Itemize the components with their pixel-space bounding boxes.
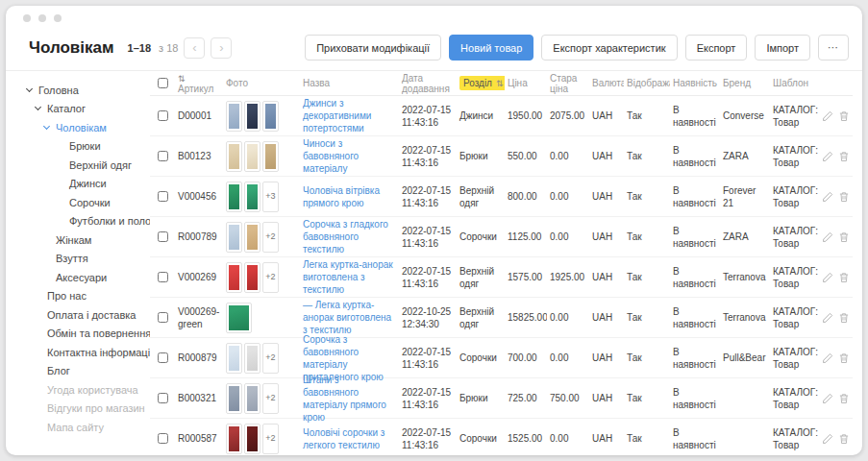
- delete-icon[interactable]: [838, 352, 850, 364]
- row-checkbox[interactable]: [158, 433, 168, 444]
- row-checkbox[interactable]: [158, 272, 168, 282]
- column-header-section[interactable]: Розділ ⇅: [457, 76, 505, 90]
- sidebar-item[interactable]: Угода користувача: [27, 380, 150, 400]
- export-characteristics-button[interactable]: Експорт характеристик: [541, 35, 677, 61]
- sidebar-item[interactable]: Футболки и поло: [27, 212, 150, 231]
- product-photo[interactable]: [244, 262, 260, 293]
- delete-icon[interactable]: [838, 151, 850, 162]
- delete-icon[interactable]: [838, 393, 850, 404]
- import-button[interactable]: Імпорт: [755, 35, 810, 61]
- product-photo[interactable]: [226, 303, 252, 333]
- product-photo[interactable]: [244, 182, 260, 212]
- row-checkbox[interactable]: [158, 151, 168, 161]
- row-checkbox[interactable]: [158, 191, 168, 202]
- sidebar-item[interactable]: Чоловікам: [27, 118, 150, 137]
- product-photo[interactable]: [226, 343, 242, 374]
- product-name-link[interactable]: Джинси з декоративними потертостями: [303, 98, 371, 133]
- product-photo[interactable]: [244, 101, 260, 132]
- product-photo[interactable]: [262, 141, 279, 172]
- window-control-icon[interactable]: [23, 14, 31, 22]
- edit-icon[interactable]: [822, 151, 833, 162]
- delete-icon[interactable]: [838, 433, 850, 445]
- row-checkbox[interactable]: [158, 110, 168, 121]
- more-photos-badge[interactable]: +2: [262, 424, 279, 454]
- column-header-availability[interactable]: Наявність: [670, 78, 720, 88]
- sidebar-item[interactable]: Мапа сайту: [27, 418, 150, 437]
- sidebar-item[interactable]: Аксесуари: [27, 268, 150, 287]
- product-name-link[interactable]: Сорочка з гладкого бавовняного текстилю: [303, 219, 388, 255]
- delete-icon[interactable]: [838, 231, 850, 243]
- delete-icon[interactable]: [838, 272, 850, 283]
- product-photo[interactable]: [244, 141, 260, 172]
- sidebar-item[interactable]: Контактна інформація: [27, 343, 150, 362]
- product-photo[interactable]: [244, 383, 260, 414]
- delete-icon[interactable]: [838, 312, 850, 324]
- product-photo[interactable]: [226, 141, 242, 172]
- column-header-date[interactable]: Дата додавання: [399, 73, 457, 94]
- sidebar-item[interactable]: Джинси: [27, 175, 150, 194]
- more-photos-badge[interactable]: +2: [262, 343, 279, 374]
- edit-icon[interactable]: [822, 272, 833, 283]
- delete-icon[interactable]: [838, 110, 850, 122]
- product-name-link[interactable]: Чоловіча вітрівка прямого крою: [303, 185, 380, 208]
- hide-modifications-button[interactable]: Приховати модифікації: [305, 35, 441, 61]
- sidebar-item[interactable]: Жінкам: [27, 230, 150, 250]
- product-photo[interactable]: [244, 343, 260, 374]
- more-photos-badge[interactable]: +3: [262, 182, 279, 212]
- product-photo[interactable]: [226, 424, 242, 454]
- sidebar-item[interactable]: Верхній одяг: [27, 156, 150, 175]
- new-product-button[interactable]: Новий товар: [449, 35, 533, 61]
- column-header-article[interactable]: ⇅ Артикул: [175, 73, 223, 94]
- product-photo[interactable]: [226, 222, 242, 253]
- edit-icon[interactable]: [822, 352, 833, 364]
- product-photo[interactable]: [226, 262, 242, 293]
- product-photo[interactable]: [244, 424, 260, 454]
- sidebar-item[interactable]: Каталог: [27, 100, 150, 119]
- product-name-link[interactable]: — Легка куртка-анорак виготовлена з текс…: [303, 300, 391, 335]
- export-button[interactable]: Експорт: [685, 35, 748, 61]
- row-checkbox[interactable]: [158, 312, 168, 323]
- product-photo[interactable]: [262, 101, 279, 132]
- row-checkbox[interactable]: [158, 393, 168, 403]
- sidebar-item[interactable]: Брюки: [27, 137, 150, 157]
- product-photo[interactable]: [226, 182, 242, 212]
- column-header-currency[interactable]: Валюта: [589, 78, 624, 88]
- sidebar-item[interactable]: Головна: [27, 81, 150, 100]
- edit-icon[interactable]: [822, 312, 833, 324]
- sidebar-item[interactable]: Відгуки про магазин: [27, 400, 150, 419]
- column-header-price[interactable]: Ціна: [505, 78, 547, 88]
- sidebar-item[interactable]: Сорочки: [27, 193, 150, 212]
- row-checkbox[interactable]: [158, 352, 168, 363]
- sidebar-item[interactable]: Взуття: [27, 250, 150, 269]
- row-checkbox[interactable]: [158, 231, 168, 242]
- edit-icon[interactable]: [822, 110, 833, 122]
- delete-icon[interactable]: [838, 191, 850, 203]
- product-name-link[interactable]: Чиноси з бавовняного матеріалу: [303, 138, 359, 174]
- more-actions-button[interactable]: ⋯: [818, 35, 849, 61]
- product-photo[interactable]: [226, 101, 242, 132]
- sidebar-item[interactable]: Блог: [27, 362, 150, 381]
- product-name-link[interactable]: Легка куртка-анорак виготовлена з тексти…: [303, 259, 393, 295]
- select-all-checkbox[interactable]: [158, 78, 168, 88]
- product-photo[interactable]: [244, 222, 260, 253]
- product-name-link[interactable]: Штани з бавовняного матеріалу прямого кр…: [303, 375, 386, 423]
- more-photos-badge[interactable]: +2: [262, 262, 279, 293]
- product-photo[interactable]: [226, 383, 242, 414]
- sidebar-item[interactable]: Про нас: [27, 287, 150, 306]
- column-header-photo[interactable]: Фото: [223, 78, 300, 88]
- column-header-template[interactable]: Шаблон: [770, 78, 820, 88]
- more-photos-badge[interactable]: +2: [262, 383, 279, 414]
- sidebar-item[interactable]: Оплата і доставка: [27, 305, 150, 325]
- edit-icon[interactable]: [822, 393, 833, 404]
- edit-icon[interactable]: [822, 433, 833, 445]
- window-control-icon[interactable]: [38, 14, 46, 22]
- next-page-button[interactable]: ›: [211, 37, 232, 59]
- more-photos-badge[interactable]: +2: [262, 222, 279, 253]
- sort-icon[interactable]: ⇅: [496, 79, 504, 88]
- column-header-old-price[interactable]: Стара ціна: [547, 73, 589, 94]
- edit-icon[interactable]: [822, 231, 833, 243]
- column-header-display[interactable]: Відображати: [624, 78, 670, 88]
- window-control-icon[interactable]: [54, 14, 62, 22]
- prev-page-button[interactable]: ‹: [184, 37, 205, 59]
- sort-icon[interactable]: ⇅: [178, 74, 186, 84]
